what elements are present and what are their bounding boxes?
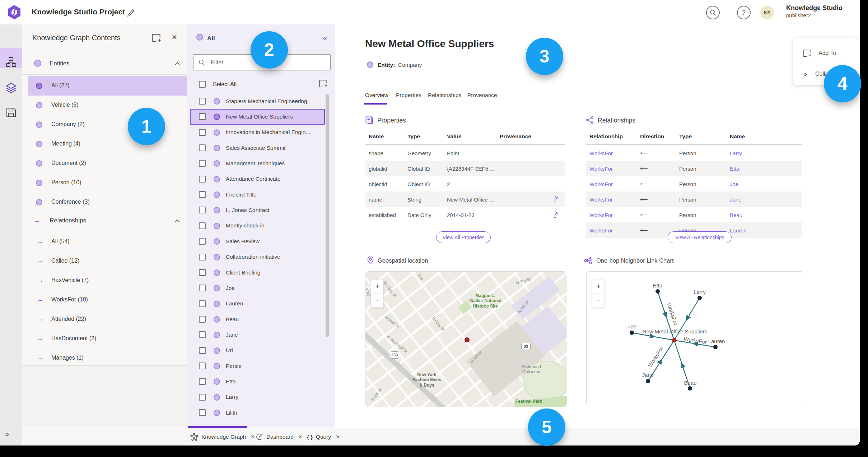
list-item[interactable]: Client Briefing xyxy=(187,265,331,280)
list-item[interactable]: Sales Review xyxy=(187,234,331,249)
zoom-in-button[interactable]: + xyxy=(371,280,383,294)
entity-link[interactable]: Joe xyxy=(730,181,738,187)
relationship-item-called[interactable]: → Called (12) xyxy=(22,251,187,271)
center-node[interactable] xyxy=(672,338,677,343)
close-tab-icon[interactable]: ✕ xyxy=(251,434,255,440)
edit-pencil-icon[interactable] xyxy=(126,8,136,17)
item-checkbox[interactable] xyxy=(199,113,206,120)
chevron-up-icon[interactable] xyxy=(174,62,180,65)
chevron-up-icon[interactable] xyxy=(174,219,180,223)
list-item[interactable]: L. Jones Contract xyxy=(187,202,331,218)
knowledge-studio-logo-icon[interactable] xyxy=(8,5,21,20)
list-item[interactable]: Uri xyxy=(187,343,331,358)
item-checkbox[interactable] xyxy=(199,254,206,260)
rail-expand-button[interactable]: » xyxy=(5,430,8,438)
close-icon[interactable]: ✕ xyxy=(172,33,177,41)
item-checkbox[interactable] xyxy=(199,238,206,245)
entity-link[interactable]: Etta xyxy=(730,165,739,171)
list-item[interactable]: New Metal Office Suppliers xyxy=(187,109,331,124)
entity-link[interactable]: Jane xyxy=(730,196,742,202)
tab-relationships[interactable]: Relationships xyxy=(428,92,461,98)
zoom-out-button[interactable]: − xyxy=(592,294,605,308)
search-button[interactable] xyxy=(706,6,720,19)
relationship-link[interactable]: WorksFor xyxy=(589,196,613,202)
entities-section-header[interactable]: Entities xyxy=(22,55,187,74)
relationship-item-manages[interactable]: → Manages (1) xyxy=(22,348,187,368)
list-item[interactable]: Jane xyxy=(187,327,331,342)
list-item[interactable]: Lilith xyxy=(187,405,331,420)
list-item[interactable]: Larry xyxy=(187,389,331,405)
entity-link[interactable]: Beau xyxy=(730,212,742,218)
list-item[interactable]: Managment Techniques xyxy=(187,156,331,171)
list-item[interactable]: Lauren xyxy=(187,296,331,311)
item-checkbox[interactable] xyxy=(199,129,206,136)
save-button[interactable] xyxy=(5,106,17,119)
geospatial-map[interactable]: + − W Clay St k Rd Sal N 3rd St Maggie L… xyxy=(365,271,567,407)
list-item[interactable]: Attendance Certificate xyxy=(187,171,331,187)
relationships-section-header[interactable]: → Relationships xyxy=(22,212,187,231)
view-tab-knowledge-graph[interactable]: Knowledge Graph ✕ xyxy=(190,428,255,446)
avatar[interactable]: KS xyxy=(760,6,774,19)
list-item[interactable]: Joe xyxy=(187,280,331,296)
relationship-link[interactable]: WorksFor xyxy=(589,165,613,171)
close-tab-icon[interactable]: ✕ xyxy=(298,434,303,440)
item-checkbox[interactable] xyxy=(199,316,206,323)
link-node[interactable] xyxy=(630,331,634,335)
relationship-item-attended[interactable]: → Attended (22) xyxy=(22,310,187,329)
item-checkbox[interactable] xyxy=(199,331,206,338)
item-checkbox[interactable] xyxy=(199,363,206,369)
list-scrollbar-thumb[interactable] xyxy=(326,94,329,337)
item-checkbox[interactable] xyxy=(199,144,206,151)
help-button[interactable]: ? xyxy=(737,6,751,19)
item-checkbox[interactable] xyxy=(199,378,206,385)
link-node[interactable] xyxy=(713,345,718,349)
item-checkbox[interactable] xyxy=(199,394,206,401)
list-item[interactable]: Beau xyxy=(187,311,331,327)
item-checkbox[interactable] xyxy=(199,160,206,167)
one-hop-link-chart[interactable]: + − WorksForWorksForWorksForEttaLarryJoe… xyxy=(586,271,804,407)
entity-item-all[interactable]: All (27) xyxy=(22,76,187,96)
entity-item-conference[interactable]: Conference (3) xyxy=(22,193,187,212)
add-to-map-icon[interactable] xyxy=(318,79,327,88)
link-chart-svg[interactable]: WorksForWorksForWorksForEttaLarryJoeLaur… xyxy=(587,272,804,407)
relationship-item-hasdocument[interactable]: → HasDocument (2) xyxy=(22,329,187,348)
layers-button-selected[interactable] xyxy=(5,82,17,94)
view-tab-dashboard[interactable]: Dashboard ✕ xyxy=(256,428,303,446)
relationship-item-worksfor[interactable]: → WorksFor (10) xyxy=(22,290,187,310)
list-item[interactable]: Firebird Title xyxy=(187,187,331,202)
link-node[interactable] xyxy=(646,379,650,383)
link-node[interactable] xyxy=(688,386,692,391)
item-checkbox[interactable] xyxy=(199,98,206,105)
add-to-map-icon[interactable] xyxy=(151,33,161,43)
list-item[interactable]: Collaboration initiative xyxy=(187,249,331,265)
view-all-properties-button[interactable]: View All Properties xyxy=(436,231,491,243)
tab-provenance[interactable]: Provenance xyxy=(467,92,497,98)
item-checkbox[interactable] xyxy=(199,191,206,198)
relationship-link[interactable]: WorksFor xyxy=(589,181,613,187)
list-item[interactable]: Etta xyxy=(187,374,331,389)
relationship-link[interactable]: WorksFor xyxy=(589,150,613,156)
list-item[interactable]: Montly check-in xyxy=(187,218,331,234)
entity-link[interactable]: Lauren xyxy=(730,227,747,233)
close-tab-icon[interactable]: ✕ xyxy=(336,434,340,440)
relationship-link[interactable]: WorksFor xyxy=(589,227,613,233)
view-all-relationships-button[interactable]: View All Relationships xyxy=(668,231,732,243)
view-tab-query[interactable]: { } Query ✕ xyxy=(307,428,340,446)
link-node[interactable] xyxy=(697,296,702,300)
add-to-menu-item[interactable]: Add To xyxy=(793,43,859,63)
item-checkbox[interactable] xyxy=(199,300,206,307)
relationship-item-all[interactable]: → All (54) xyxy=(22,232,187,251)
zoom-out-button[interactable]: − xyxy=(371,294,383,308)
select-all-checkbox[interactable] xyxy=(199,81,206,88)
collapse-panel-icon[interactable]: « xyxy=(323,33,327,43)
entity-link[interactable]: Larry xyxy=(730,150,742,156)
entity-item-meeting[interactable]: Meeting (4) xyxy=(22,134,187,154)
tab-properties[interactable]: Properties xyxy=(396,92,421,98)
relationship-link[interactable]: WorksFor xyxy=(589,212,613,218)
provenance-flag-icon[interactable] xyxy=(552,211,559,218)
item-checkbox[interactable] xyxy=(199,269,206,276)
list-item[interactable]: Innovations in Mechanical Engin... xyxy=(187,125,331,140)
item-checkbox[interactable] xyxy=(199,222,206,229)
list-item[interactable]: Sales Associate Summit xyxy=(187,140,331,156)
item-checkbox[interactable] xyxy=(199,285,206,291)
